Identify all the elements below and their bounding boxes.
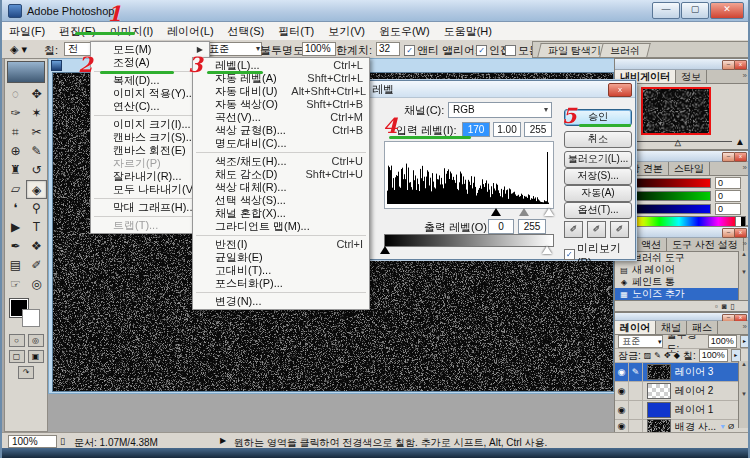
output-black-field[interactable]: 0 (488, 219, 514, 234)
dialog-title[interactable]: 레벨 (366, 81, 635, 98)
dialog-close-icon[interactable]: x (608, 83, 632, 97)
panel-close-icon[interactable]: x (734, 152, 747, 162)
layer-thumbnail[interactable] (647, 364, 671, 380)
history-trash-icon[interactable]: ▯ (731, 302, 735, 311)
output-black-slider[interactable] (380, 246, 390, 254)
input-slider-track[interactable] (384, 208, 552, 218)
white-eyedropper-icon[interactable]: ✐ (610, 221, 629, 238)
eye-icon[interactable]: ◉ (615, 401, 629, 419)
blend-mode-select[interactable]: 표준 (618, 335, 663, 348)
green-value[interactable]: 0 (715, 190, 741, 202)
minimize-button[interactable]: — (652, 2, 680, 19)
quickmask-mode-button[interactable]: ◎ (28, 334, 44, 347)
opacity-value[interactable]: 100% (302, 42, 336, 56)
pen-tool-icon[interactable]: ✒ (5, 237, 26, 256)
tolerance-value[interactable]: 32 (376, 42, 400, 56)
input-gamma-field[interactable]: 1.00 (493, 122, 521, 137)
standard-mode-button[interactable]: ○ (9, 334, 25, 347)
brush-tool-icon[interactable]: ✎ (26, 142, 47, 161)
layers-fill-value[interactable]: 100% (699, 349, 728, 362)
panel-menu-icon[interactable]: » (743, 71, 747, 80)
lock-position-icon[interactable]: ✥ (664, 351, 671, 360)
black-eyedropper-icon[interactable]: ✐ (564, 221, 583, 238)
adjust-menu-item-16[interactable]: 균일화(E) (193, 251, 369, 264)
screen-mode-standard-button[interactable]: ▢ (9, 350, 25, 363)
tab-brushes[interactable]: 브러쉬 (599, 43, 650, 57)
tab-actions[interactable]: 액션 (636, 238, 667, 251)
panel-close-icon[interactable]: x (734, 228, 747, 238)
opacity-spinner-icon[interactable]: ▸ (740, 335, 749, 348)
menubar-item-0[interactable]: 파일(F) (2, 22, 52, 41)
cancel-button[interactable]: 취소 (564, 131, 632, 148)
options-button[interactable]: 옵션(T)... (564, 202, 632, 219)
input-white-field[interactable]: 255 (524, 122, 552, 137)
adjust-menu-item-9[interactable]: 채도 감소(D)Shft+Ctrl+U (193, 168, 369, 181)
navigator-thumbnail[interactable] (641, 87, 711, 135)
adjust-menu-item-5[interactable]: 색상 균형(B)...Ctrl+B (193, 124, 369, 137)
layers-scrollbar[interactable]: ▲▼ (738, 361, 749, 428)
menubar-item-1[interactable]: 편집(E) (52, 22, 103, 41)
dodge-tool-icon[interactable]: ⚲ (26, 199, 47, 218)
panel-menu-icon[interactable]: » (743, 239, 747, 248)
marquee-tool-icon[interactable]: ◌ (5, 85, 26, 104)
adjust-menu-item-20[interactable]: 변경(N)... (193, 295, 369, 308)
navigator-zoom-slider[interactable]: △ (626, 141, 732, 142)
eye-icon[interactable]: ◉ (615, 382, 629, 400)
shape-tool-icon[interactable]: ❖ (26, 237, 47, 256)
blue-value[interactable]: 0 (715, 203, 741, 215)
magic-wand-tool-icon[interactable]: ✶ (26, 104, 47, 123)
hand-tool-icon[interactable]: ☞ (5, 275, 26, 294)
layer-style-arrow-icon[interactable]: ▼ (719, 423, 726, 430)
close-button[interactable]: ✕ (710, 2, 744, 19)
healing-brush-tool-icon[interactable]: ⊕ (5, 142, 26, 161)
maximize-button[interactable]: ▢ (681, 2, 709, 19)
save-button[interactable]: 저장(S)... (564, 168, 632, 185)
gamma-slider[interactable] (519, 208, 529, 216)
eyedropper-tool-icon[interactable]: ✐ (26, 256, 47, 275)
tab-info[interactable]: 정보 (676, 70, 707, 83)
navigator-panel-titlebar[interactable]: – x (615, 59, 749, 70)
adjust-menu-item-2[interactable]: 자동 대비(U)Alt+Shft+Ctrl+L (193, 85, 369, 98)
layers-opacity-value[interactable]: 100% (708, 335, 737, 348)
adjust-menu-item-13[interactable]: 그라디언트 맵(M)... (193, 220, 369, 233)
load-button[interactable]: 불러오기(L)... (564, 151, 632, 168)
adjust-menu-item-4[interactable]: 곡선(V)...Ctrl+M (193, 111, 369, 124)
panel-close-icon[interactable]: x (734, 60, 747, 70)
history-brush-tool-icon[interactable]: ↺ (26, 161, 47, 180)
screen-mode-full-button[interactable]: ▣ (28, 350, 44, 363)
lock-transparency-icon[interactable]: ▨ (644, 351, 652, 360)
page-icon[interactable]: ▯ (60, 436, 65, 446)
panel-menu-icon[interactable]: » (743, 322, 747, 331)
zoom-field[interactable]: 100% (8, 435, 57, 448)
history-scrollbar[interactable]: ▲▼ (738, 251, 749, 300)
adjust-menu-item-17[interactable]: 고대비(T)... (193, 264, 369, 277)
zoom-in-icon[interactable]: ▲ (735, 136, 745, 147)
zoom-tool-icon[interactable]: ◎ (26, 275, 47, 294)
output-white-field[interactable]: 255 (518, 219, 546, 234)
antialias-checkbox[interactable]: ✓앤티 앨리어스 (404, 43, 486, 58)
history-source-icon[interactable]: ▫ (715, 302, 718, 311)
menubar-item-3[interactable]: 레이어(L) (160, 22, 220, 41)
adjust-menu-item-15[interactable]: 반전(I)Ctrl+I (193, 238, 369, 251)
menubar-item-6[interactable]: 보기(V) (321, 22, 372, 41)
new-snapshot-icon[interactable]: ◙ (722, 302, 727, 311)
panel-menu-icon[interactable]: » (743, 163, 747, 172)
photoshop-logo-button[interactable] (7, 61, 45, 83)
layer-thumbnail[interactable] (647, 402, 671, 418)
menubar-item-7[interactable]: 윈도우(W) (372, 22, 437, 41)
layer-thumbnail[interactable] (647, 383, 671, 399)
lock-all-icon[interactable]: ◆ (674, 351, 680, 360)
red-value[interactable]: 0 (715, 177, 741, 189)
blur-tool-icon[interactable]: ❛ (5, 199, 26, 218)
tab-styles[interactable]: 스타일 (669, 162, 710, 175)
lock-pixels-icon[interactable]: ✎ (654, 351, 661, 360)
adjust-menu-item-11[interactable]: 선택 색상(S)... (193, 194, 369, 207)
adjust-menu-item-8[interactable]: 색조/채도(H)...Ctrl+U (193, 155, 369, 168)
menubar-item-4[interactable]: 선택(S) (221, 22, 272, 41)
paint-bucket-tool-icon[interactable]: ◈ (26, 180, 47, 199)
paint-bucket-icon[interactable]: ◈ ▾ (10, 43, 27, 56)
background-color-swatch[interactable] (22, 309, 40, 327)
lasso-tool-icon[interactable]: ✑ (5, 104, 26, 123)
tab-layers[interactable]: 레이어 (615, 321, 656, 334)
gray-eyedropper-icon[interactable]: ✐ (587, 221, 606, 238)
